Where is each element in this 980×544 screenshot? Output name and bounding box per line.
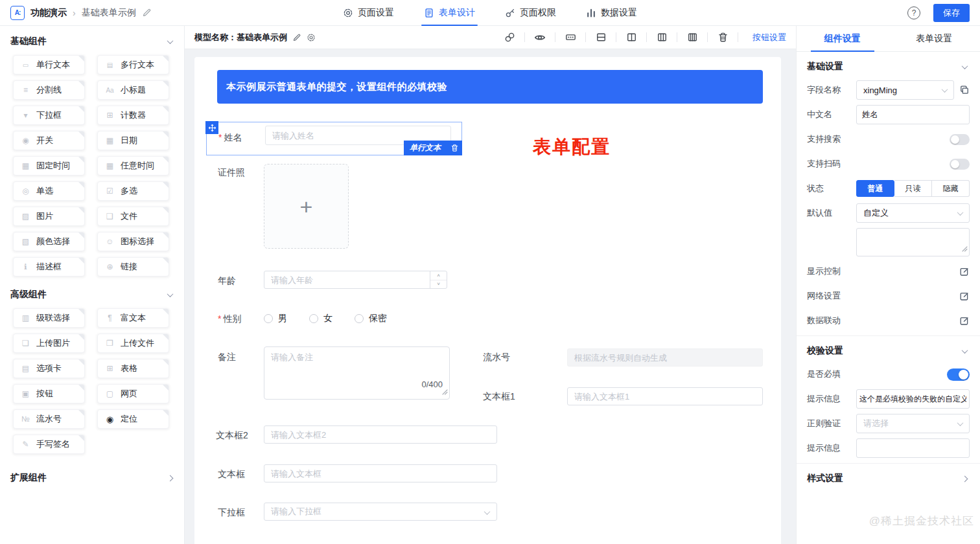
default-value-textarea[interactable] [856, 228, 970, 256]
tab-form-settings[interactable]: 表单设置 [889, 26, 980, 51]
component-file[interactable]: ❑文件 [97, 207, 169, 226]
component-upload-file[interactable]: ❐上传文件 [97, 334, 169, 353]
tab-page-settings[interactable]: 页面设置 [343, 0, 394, 26]
delete-widget-trash-icon[interactable] [447, 141, 462, 155]
resize-grip-icon[interactable] [962, 243, 968, 255]
section-basic-components[interactable]: 基础组件 [0, 26, 184, 54]
text2-input[interactable] [264, 425, 497, 444]
button-settings-link[interactable]: 按钮设置 [752, 32, 786, 43]
preview-eye-icon[interactable] [531, 32, 548, 43]
model-settings-gear-icon[interactable] [307, 33, 316, 42]
cn-name-input[interactable] [856, 105, 970, 124]
field-box-icon[interactable] [562, 32, 579, 43]
component-rich-text[interactable]: ¶富文本 [97, 308, 169, 328]
component-fixed-time[interactable]: ▦固定时间 [13, 156, 85, 176]
row-default-value: 默认值 自定义 [807, 203, 970, 223]
trash-icon[interactable] [714, 32, 731, 43]
settings-panel: 组件设置 表单设置 基础设置 字段名称 xingMing 中文名 支持搜索 支持… [796, 26, 980, 544]
dropdown-select[interactable]: 请输入下拉框 [264, 503, 497, 521]
text3-input[interactable] [264, 464, 497, 482]
component-description[interactable]: ℹ描述框 [13, 257, 85, 277]
component-cascader[interactable]: ▥级联选择 [13, 308, 85, 328]
component-webpage[interactable]: ▢网页 [97, 384, 169, 403]
default-value-select[interactable]: 自定义 [856, 203, 970, 223]
radio-circle-icon[interactable] [264, 314, 273, 323]
tab-data-settings[interactable]: 数据设置 [586, 0, 637, 26]
component-checkbox[interactable]: ☑多选 [97, 181, 169, 201]
component-radio[interactable]: ◎单选 [13, 181, 85, 201]
component-any-time[interactable]: ▦任意时间 [97, 156, 169, 176]
edit-square-icon[interactable] [959, 266, 970, 277]
component-button[interactable]: ▣按钮 [13, 384, 85, 403]
radio-circle-icon[interactable] [309, 314, 318, 323]
section-advanced-components[interactable]: 高级组件 [0, 279, 184, 307]
component-link[interactable]: ⊕链接 [97, 257, 169, 277]
regex-message-input[interactable] [856, 438, 970, 458]
save-button[interactable]: 保存 [933, 4, 970, 22]
photo-upload-dropzone[interactable]: + [264, 164, 349, 249]
row-layout-icon[interactable] [592, 32, 609, 43]
component-serial-number[interactable]: №流水号 [13, 409, 85, 429]
component-label: 上传图片 [36, 337, 70, 349]
link-icon[interactable] [501, 32, 518, 43]
component-divider[interactable]: ≡分割线 [13, 80, 85, 100]
section-basic-settings[interactable]: 基础设置 [807, 52, 970, 80]
component-counter[interactable]: ⊞计数器 [97, 106, 169, 125]
radio-option-secret[interactable]: 保密 [355, 313, 387, 324]
radio-option-female[interactable]: 女 [309, 313, 332, 324]
section-validation-settings[interactable]: 校验设置 [807, 336, 970, 365]
edit-square-icon[interactable] [959, 291, 970, 301]
remark-textarea[interactable]: 请输入备注 0/400 [264, 346, 450, 400]
component-select[interactable]: ▾下拉框 [13, 106, 85, 125]
tab-component-settings[interactable]: 组件设置 [797, 26, 889, 51]
component-multi-line-text[interactable]: ▤多行文本 [97, 55, 169, 74]
component-single-line-text[interactable]: ▭单行文本 [13, 55, 85, 74]
edit-square-icon[interactable] [959, 315, 970, 326]
component-upload-image[interactable]: ❏上传图片 [13, 334, 85, 353]
resize-grip-icon[interactable] [442, 386, 448, 398]
support-search-toggle[interactable] [950, 134, 970, 145]
edit-model-name-icon[interactable] [292, 33, 301, 42]
component-location[interactable]: ◉定位 [97, 409, 169, 429]
status-option-normal[interactable]: 普通 [856, 180, 894, 197]
radio-option-male[interactable]: 男 [264, 313, 287, 324]
field-name-select[interactable]: xingMing [856, 80, 954, 100]
copy-icon[interactable] [959, 85, 970, 95]
tab-page-permission[interactable]: 页面权限 [505, 0, 556, 26]
regex-select[interactable]: 请选择 [856, 414, 970, 433]
component-signature[interactable]: ✎手写签名 [13, 435, 85, 454]
component-tab-card[interactable]: ▤选项卡 [13, 359, 85, 378]
required-message-input[interactable] [856, 389, 970, 409]
component-table[interactable]: ⊞表格 [97, 359, 169, 378]
status-option-readonly[interactable]: 只读 [894, 180, 932, 197]
component-switch[interactable]: ◉开关 [13, 131, 85, 150]
support-scan-toggle[interactable] [950, 159, 970, 170]
component-color-picker[interactable]: ▧颜色选择 [13, 232, 85, 251]
stepper-up-icon[interactable]: ˄ [430, 271, 447, 280]
tab-form-design[interactable]: 表单设计 [424, 0, 475, 26]
age-input[interactable] [271, 271, 420, 288]
component-image[interactable]: ▨图片 [13, 207, 85, 226]
required-toggle[interactable] [947, 368, 970, 381]
selected-widget-name[interactable]: *姓名 单行文本 [206, 122, 462, 155]
radio-circle-icon[interactable] [355, 314, 364, 323]
row-status: 状态 普通 只读 隐藏 [807, 179, 970, 198]
component-subtitle[interactable]: Aa小标题 [97, 80, 169, 100]
edit-page-name-icon[interactable] [142, 8, 152, 17]
row-default-value-custom [807, 228, 970, 256]
four-column-layout-icon[interactable] [684, 32, 701, 43]
three-column-layout-icon[interactable] [653, 32, 670, 43]
component-icon-picker[interactable]: ☺图标选择 [97, 232, 169, 251]
component-date[interactable]: ▦日期 [97, 131, 169, 150]
form-banner[interactable]: 本示例展示普通表单的提交，设置组件的必填校验 [217, 70, 763, 104]
status-option-hidden[interactable]: 隐藏 [932, 180, 970, 197]
move-handle-icon[interactable] [205, 121, 218, 134]
stepper-down-icon[interactable]: ˅ [430, 280, 447, 289]
selected-widget-tag[interactable]: 单行文本 [404, 141, 462, 155]
section-style-settings[interactable]: 样式设置 [807, 464, 970, 492]
two-column-layout-icon[interactable] [623, 32, 640, 43]
workspace-title[interactable]: 功能演示 [30, 7, 67, 19]
text1-input[interactable] [567, 387, 763, 405]
section-extended-components[interactable]: 扩展组件 [0, 457, 184, 490]
help-icon[interactable]: ? [907, 6, 920, 19]
